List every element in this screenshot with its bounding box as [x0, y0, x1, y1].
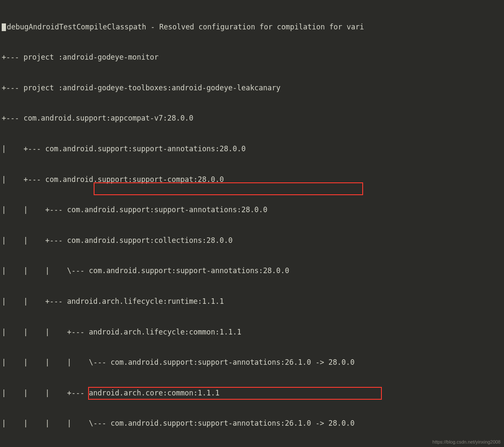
- dependency-line: | | +--- android.arch.lifecycle:runtime:…: [2, 297, 504, 307]
- line-text: debugAndroidTestCompileClasspath - Resol…: [7, 23, 364, 31]
- line-text: | +--- com.android.support:support-annot…: [2, 144, 246, 153]
- line-text: | | | \--- com.android.support:support-a…: [2, 266, 289, 275]
- line-text: | | | +--- android.arch.lifecycle:common…: [2, 328, 241, 336]
- dependency-line: +--- project :android-godeye-toolboxes:a…: [2, 83, 504, 93]
- dependency-line: +--- com.android.support:appcompat-v7:28…: [2, 113, 504, 124]
- line-text: +--- com.android.support:appcompat-v7:28…: [2, 114, 193, 122]
- dependency-line: | | | | \--- com.android.support:support…: [2, 358, 504, 368]
- dependency-line: | | +--- com.android.support:collections…: [2, 236, 504, 246]
- line-text: | | +--- com.android.support:collections…: [2, 236, 232, 245]
- cursor-icon: [2, 23, 6, 31]
- dependency-line: | | +--- com.android.support:support-ann…: [2, 205, 504, 215]
- dependency-line: | | | \--- com.android.support:support-a…: [2, 266, 504, 276]
- terminal-output: debugAndroidTestCompileClasspath - Resol…: [0, 0, 504, 447]
- line-text: | | +--- com.android.support:support-ann…: [2, 205, 267, 214]
- line-text: +--- project :android-godeye-toolboxes:a…: [2, 84, 281, 92]
- dependency-line: +--- project :android-godeye-monitor: [2, 52, 504, 63]
- dependency-line: | +--- com.android.support:support-compa…: [2, 175, 504, 185]
- dependency-line: debugAndroidTestCompileClasspath - Resol…: [2, 22, 504, 32]
- line-text: | +--- com.android.support:support-compa…: [2, 175, 224, 184]
- dependency-line: | | | +--- android.arch.lifecycle:common…: [2, 327, 504, 337]
- watermark-text: https://blog.csdn.net/yinxing2008: [432, 439, 501, 445]
- dependency-line: | | | | \--- com.android.support:support…: [2, 418, 504, 429]
- line-text: | | | | \--- com.android.support:support…: [2, 358, 355, 366]
- dependency-line: | +--- com.android.support:support-annot…: [2, 144, 504, 154]
- dependency-line: | | | +--- android.arch.core:common:1.1.…: [2, 388, 504, 398]
- line-text: | | | +--- android.arch.core:common:1.1.…: [2, 389, 220, 397]
- line-text: | | +--- android.arch.lifecycle:runtime:…: [2, 297, 224, 306]
- line-text: | | | | \--- com.android.support:support…: [2, 419, 355, 427]
- line-text: +--- project :android-godeye-monitor: [2, 53, 158, 61]
